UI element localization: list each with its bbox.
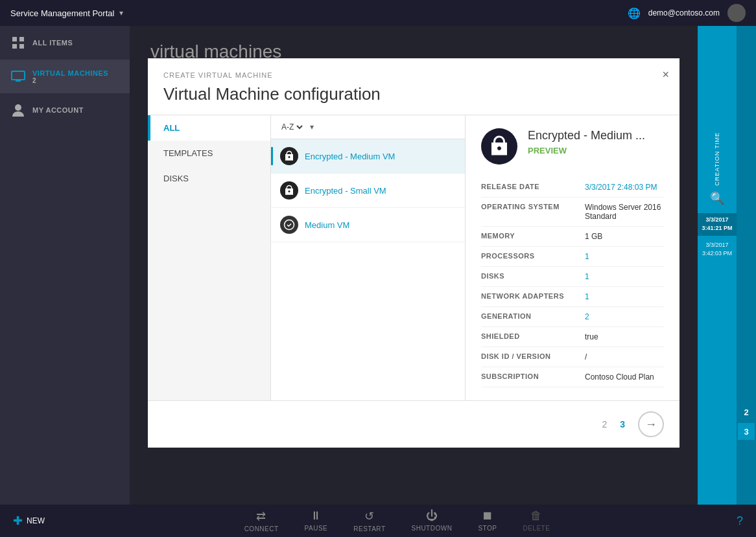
sidebar-item-all-items[interactable]: ALL ITEMS (0, 26, 130, 60)
edge-num-3[interactable]: 3 (738, 423, 755, 440)
svg-rect-2 (12, 44, 17, 49)
top-bar-right: 🌐 demo@contoso.com (628, 4, 746, 22)
detail-row-generation: GENERATION 2 (481, 307, 664, 327)
monitor-icon (10, 69, 26, 84)
sidebar-item-my-account[interactable]: MY ACCOUNT (0, 93, 130, 127)
restart-button[interactable]: ↺ RESTART (340, 509, 398, 532)
sidebar-vm-info: VIRTUAL MACHINES 2 (32, 69, 108, 84)
globe-icon: 🌐 (628, 7, 641, 19)
connect-button[interactable]: ⇄ CONNECT (231, 509, 292, 532)
vm-label-medium: Medium VM (305, 220, 349, 230)
modal: CREATE VIRTUAL MACHINE Virtual Machine c… (148, 58, 679, 448)
nav-item-disks[interactable]: DISKS (148, 166, 270, 191)
user-email: demo@contoso.com (648, 8, 720, 17)
vm-item-enc-small[interactable]: Encrypted - Small VM (271, 174, 465, 208)
page-indicators: 2 3 (597, 417, 630, 432)
new-label: NEW (27, 516, 45, 525)
svg-rect-4 (12, 71, 25, 80)
modal-close-button[interactable]: × (662, 69, 669, 80)
sidebar-item-virtual-machines[interactable]: VIRTUAL MACHINES 2 (0, 60, 130, 93)
time-value-1: 3/3/20173:41:21 PM (698, 213, 736, 236)
detail-icon (481, 128, 517, 165)
detail-row-release-date: RELEASE DATE 3/3/2017 2:48:03 PM (481, 177, 664, 198)
plus-icon: ✚ (13, 514, 23, 528)
detail-row-processors: PROCESSORS 1 (481, 247, 664, 267)
detail-row-disks: DISKS 1 (481, 267, 664, 287)
connect-label: CONNECT (244, 525, 279, 532)
detail-table: RELEASE DATE 3/3/2017 2:48:03 PM OPERATI… (481, 177, 664, 387)
next-button[interactable]: → (638, 411, 664, 437)
modal-footer: 2 3 → (148, 400, 679, 448)
sidebar-item-label-all: ALL ITEMS (32, 39, 73, 47)
detail-info: Encrypted - Medium ... PREVIEW (528, 128, 645, 155)
detail-row-subscription: SUBSCRIPTION Contoso Cloud Plan (481, 367, 664, 387)
vm-label-enc-small: Encrypted - Small VM (305, 186, 386, 196)
sidebar-item-label-account: MY ACCOUNT (32, 106, 84, 114)
modal-subtitle: CREATE VIRTUAL MACHINE (163, 71, 664, 79)
detail-row-network: NETWORK ADAPTERS 1 (481, 287, 664, 307)
right-edge: 2 3 (737, 26, 756, 505)
restart-label: RESTART (353, 525, 385, 532)
top-bar-left: Service Management Portal ▾ (10, 8, 123, 18)
stop-icon: ⏹ (482, 509, 494, 523)
svg-point-7 (15, 104, 21, 111)
help-icon[interactable]: ? (737, 514, 743, 528)
content-area: virtual machines CREATE VIRTUAL MACHINE … (130, 26, 698, 505)
restart-icon: ↺ (364, 509, 375, 523)
bottom-toolbar: ✚ NEW ⇄ CONNECT ⏸ PAUSE ↺ RESTART ⏻ SHUT… (0, 505, 756, 537)
app-title: Service Management Portal (10, 8, 114, 18)
list-filter: A-Z Z-A ▾ (271, 115, 465, 139)
chevron-icon: ▾ (119, 8, 123, 17)
delete-icon: 🗑 (530, 509, 543, 523)
modal-nav: ALL TEMPLATES DISKS (148, 115, 271, 400)
top-bar: Service Management Portal ▾ 🌐 demo@conto… (0, 0, 756, 26)
shutdown-button[interactable]: ⏻ SHUTDOWN (399, 509, 466, 532)
delete-button[interactable]: 🗑 DELETE (510, 509, 563, 532)
delete-label: DELETE (523, 525, 550, 532)
svg-rect-6 (17, 80, 19, 81)
modal-overlay: CREATE VIRTUAL MACHINE Virtual Machine c… (130, 26, 698, 505)
time-value-2: 3/3/20173:42:03 PM (702, 241, 732, 258)
shutdown-icon: ⏻ (426, 509, 438, 523)
vm-icon-enc-medium (280, 147, 298, 165)
detail-row-diskid: DISK ID / VERSION / (481, 347, 664, 367)
right-panel: CREATION TIME 🔍 3/3/20173:41:21 PM 3/3/2… (698, 26, 737, 505)
svg-rect-3 (19, 44, 24, 49)
toolbar-actions: ⇄ CONNECT ⏸ PAUSE ↺ RESTART ⏻ SHUTDOWN ⏹… (58, 509, 737, 532)
sort-select[interactable]: A-Z Z-A (279, 122, 305, 132)
modal-title: Virtual Machine configuration (163, 84, 664, 104)
modal-header: CREATE VIRTUAL MACHINE Virtual Machine c… (148, 58, 679, 115)
creation-time-label: CREATION TIME (714, 130, 720, 189)
detail-badge: PREVIEW (528, 146, 645, 155)
vm-icon-medium (280, 216, 298, 234)
svg-point-8 (285, 220, 294, 230)
vm-item-medium[interactable]: Medium VM (271, 208, 465, 242)
nav-item-all[interactable]: ALL (148, 115, 270, 141)
search-icon[interactable]: 🔍 (710, 191, 724, 205)
detail-row-shielded: SHIELDED true (481, 327, 664, 347)
detail-panel: Encrypted - Medium ... PREVIEW RELEASE D… (466, 115, 679, 400)
page-indicator-3[interactable]: 3 (615, 417, 630, 432)
page-indicator-2[interactable]: 2 (597, 417, 612, 432)
modal-body: ALL TEMPLATES DISKS A-Z Z-A ▾ (148, 115, 679, 400)
grid-icon (10, 35, 26, 51)
pause-icon: ⏸ (310, 509, 322, 523)
edge-num-2[interactable]: 2 (738, 404, 755, 420)
connect-icon: ⇄ (256, 509, 266, 523)
svg-rect-0 (12, 37, 17, 41)
vm-item-enc-medium[interactable]: Encrypted - Medium VM (271, 139, 465, 174)
stop-label: STOP (478, 525, 497, 532)
new-button[interactable]: ✚ NEW (13, 514, 58, 528)
vm-list: A-Z Z-A ▾ (271, 115, 466, 400)
shutdown-label: SHUTDOWN (412, 525, 453, 532)
pause-button[interactable]: ⏸ PAUSE (292, 509, 341, 532)
detail-name: Encrypted - Medium ... (528, 128, 645, 143)
pause-label: PAUSE (305, 525, 328, 532)
sort-chevron-icon: ▾ (310, 122, 314, 131)
avatar (727, 4, 746, 22)
sidebar: ALL ITEMS VIRTUAL MACHINES 2 (0, 26, 130, 505)
nav-item-templates[interactable]: TEMPLATES (148, 141, 270, 166)
stop-button[interactable]: ⏹ STOP (465, 509, 510, 532)
vm-icon-enc-small (280, 181, 298, 200)
detail-header: Encrypted - Medium ... PREVIEW (481, 128, 664, 165)
